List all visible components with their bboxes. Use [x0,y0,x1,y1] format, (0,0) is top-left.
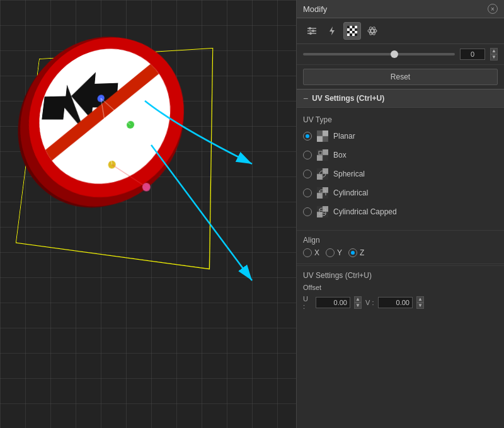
spinner-up[interactable]: ▲ [490,48,498,54]
svg-point-13 [312,30,314,32]
planar-icon [317,130,328,142]
align-label: Align [303,236,498,245]
align-section: Align X Y Z [297,232,504,262]
align-option-x[interactable]: X [303,248,319,257]
align-option-y[interactable]: Y [326,248,342,257]
slider-row: ▲ ▼ [297,44,504,65]
box-label: Box [333,151,346,159]
radio-align-z-fill [351,251,355,255]
offset-v-up[interactable]: ▲ [416,296,424,303]
radio-planar[interactable] [303,132,312,141]
svg-marker-15 [329,26,335,35]
svg-rect-29 [350,33,352,36]
svg-rect-17 [350,26,352,28]
separator-1 [297,230,504,231]
panel-content: ▲ ▼ Reset − UV Settings (Ctrl+U) UV Type [297,44,504,428]
radio-cylindrical-capped[interactable] [303,207,312,216]
uv-option-planar[interactable]: Planar [303,129,498,143]
close-button[interactable]: × [488,4,498,14]
uv-settings-2-title: UV Settings (Ctrl+U) [303,271,498,280]
separator-2 [297,263,504,264]
uv-option-box[interactable]: Box [303,148,498,162]
offset-u-label: U : [303,295,312,310]
offset-v-label: V : [365,299,374,306]
cylindrical-capped-label: Cylindrical Capped [333,207,397,216]
svg-point-12 [309,27,311,30]
svg-point-14 [309,32,312,35]
modifier-icon[interactable] [323,22,341,40]
svg-rect-28 [347,33,350,36]
uv-settings-header: − UV Settings (Ctrl+U) [297,89,504,108]
align-option-z[interactable]: Z [348,248,364,257]
svg-rect-39 [323,136,328,142]
uv-settings-title: UV Settings (Ctrl+U) [312,94,384,103]
slider-track[interactable] [303,53,455,55]
cylindrical-capped-icon [317,206,328,217]
svg-rect-25 [350,31,352,33]
svg-rect-18 [352,26,355,28]
sign-graphic [32,44,173,188]
svg-rect-23 [355,28,357,31]
svg-rect-45 [323,155,328,161]
spinner-down[interactable]: ▼ [490,54,498,61]
radio-align-x[interactable] [303,248,312,257]
radio-align-z[interactable] [348,248,357,257]
uv-option-cylindrical[interactable]: Cylindrical [303,186,498,200]
uv-option-cylindrical-capped[interactable]: Cylindrical Capped [303,205,498,219]
offset-u-down[interactable]: ▼ [354,303,362,309]
radio-planar-fill [306,134,309,138]
offset-v-spinner: ▲ ▼ [416,296,424,309]
cylindrical-icon [317,187,328,199]
svg-rect-31 [355,33,357,36]
svg-rect-30 [352,33,355,36]
svg-rect-38 [317,136,323,142]
3d-sign [20,32,186,204]
reset-button[interactable]: Reset [303,69,498,85]
section-collapse-icon[interactable]: − [303,93,308,103]
offset-v-down[interactable]: ▼ [416,303,424,309]
box-icon [317,149,328,161]
offset-u-spinner: ▲ ▼ [354,296,362,309]
svg-rect-37 [323,130,328,136]
slider-thumb[interactable] [391,50,398,58]
radio-cylindrical[interactable] [303,188,312,197]
control-point-pink [142,183,151,192]
slider-spinner: ▲ ▼ [490,48,498,61]
svg-rect-16 [347,26,350,28]
svg-rect-36 [317,130,323,136]
offset-row: U : ▲ ▼ V : ▲ ▼ [303,295,498,310]
panel-toolbar [297,18,504,44]
panel-title-bar: Modify × [297,0,504,18]
svg-rect-26 [352,31,355,33]
uv-option-spherical[interactable]: Spherical [303,167,498,181]
material-icon[interactable] [343,22,361,40]
radio-box[interactable] [303,151,312,159]
offset-title: Offset [303,284,498,291]
filter-icon[interactable] [303,22,321,40]
cylindrical-label: Cylindrical [333,188,368,197]
offset-v-input[interactable] [378,297,413,308]
svg-rect-24 [347,31,350,33]
modify-panel: Modify × [296,0,504,428]
offset-u-up[interactable]: ▲ [354,296,362,303]
viewport [0,0,296,428]
align-y-label: Y [337,248,342,257]
align-z-label: Z [360,248,364,257]
offset-u-input[interactable] [316,297,350,308]
svg-rect-43 [323,149,328,155]
uv-type-label: UV Type [303,115,498,124]
svg-rect-19 [355,26,357,28]
align-x-label: X [314,248,319,257]
spherical-icon [317,168,328,180]
svg-rect-21 [350,28,352,31]
radio-align-y[interactable] [326,248,335,257]
spherical-label: Spherical [333,170,365,178]
radio-spherical[interactable] [303,170,312,178]
planar-label: Planar [333,132,355,141]
slider-value-input[interactable] [460,49,485,60]
align-options-group: X Y Z [303,248,498,257]
uv-settings-2: UV Settings (Ctrl+U) Offset U : ▲ ▼ V : … [297,265,504,315]
atom-icon[interactable] [364,22,381,40]
svg-rect-22 [352,28,355,31]
sign-face [20,32,186,204]
